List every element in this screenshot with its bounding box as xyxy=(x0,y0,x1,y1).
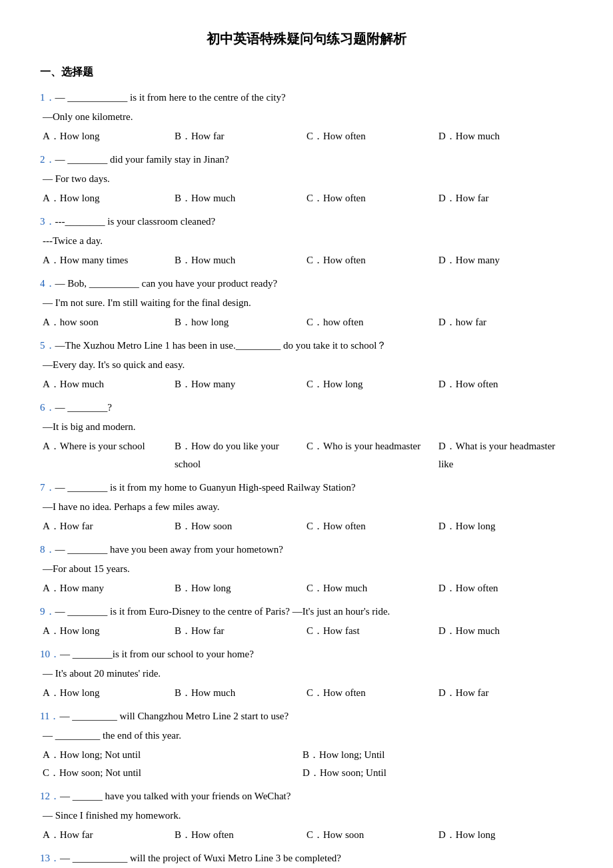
option-2-C[interactable]: C．How often xyxy=(306,189,433,207)
option-3-A[interactable]: A．How many times xyxy=(43,251,169,269)
option-5-C[interactable]: C．How long xyxy=(306,375,433,393)
question-line-6: 6．— ________? xyxy=(40,399,573,417)
question-line-9: 9．— ________ is it from Euro-Disney to t… xyxy=(40,603,573,621)
option-9-D[interactable]: D．How much xyxy=(438,622,565,640)
question-block-3: 3．---________ is your classroom cleaned?… xyxy=(40,213,573,269)
answer-line-1: —Only one kilometre. xyxy=(40,108,573,126)
question-line-1: 1．— ____________ is it from here to the … xyxy=(40,89,573,107)
question-block-11: 11．— _________ will Changzhou Metro Line… xyxy=(40,707,573,782)
question-block-5: 5．—The Xuzhou Metro Line 1 has been in u… xyxy=(40,337,573,393)
answer-line-2: — For two days. xyxy=(40,170,573,188)
option-3-C[interactable]: C．How often xyxy=(306,251,433,269)
answer-line-4: — I'm not sure. I'm still waiting for th… xyxy=(40,294,573,312)
question-line-7: 7．— ________ is it from my home to Guany… xyxy=(40,479,573,497)
options-line-5: A．How muchB．How manyC．How longD．How ofte… xyxy=(40,375,573,393)
option-10-D[interactable]: D．How far xyxy=(438,684,565,702)
option-7-A[interactable]: A．How far xyxy=(43,517,169,535)
q-text-8: — ________ have you been away from your … xyxy=(55,544,283,555)
option-3-D[interactable]: D．How many xyxy=(438,251,565,269)
option-12-C[interactable]: C．How soon xyxy=(306,826,433,844)
option-10-B[interactable]: B．How much xyxy=(175,684,301,702)
option-6-A[interactable]: A．Where is your school xyxy=(43,437,169,473)
option-1-A[interactable]: A．How long xyxy=(43,127,169,145)
q-num-3: 3． xyxy=(40,216,55,227)
question-block-1: 1．— ____________ is it from here to the … xyxy=(40,89,573,145)
question-block-12: 12．— ______ have you talked with your fr… xyxy=(40,787,573,844)
q-text-6: — ________? xyxy=(55,402,112,413)
option-6-C[interactable]: C．Who is your headmaster xyxy=(306,437,433,473)
option-9-C[interactable]: C．How fast xyxy=(306,622,433,640)
q-text-11: — _________ will Changzhou Metro Line 2 … xyxy=(59,711,289,721)
q-text-4: — Bob, __________ can you have your prod… xyxy=(55,278,278,289)
option-7-C[interactable]: C．How often xyxy=(306,517,433,535)
answer-line-12: — Since I finished my homework. xyxy=(40,807,573,825)
option-8-B[interactable]: B．How long xyxy=(175,579,301,597)
options-line-2: A．How longB．How muchC．How oftenD．How far xyxy=(40,189,573,207)
option-8-A[interactable]: A．How many xyxy=(43,579,169,597)
question-block-7: 7．— ________ is it from my home to Guany… xyxy=(40,479,573,535)
option-1-C[interactable]: C．How often xyxy=(306,127,433,145)
option-10-A[interactable]: A．How long xyxy=(43,684,169,702)
options-line-4: A．how soonB．how longC．how oftenD．how far xyxy=(40,313,573,331)
option-2-D[interactable]: D．How far xyxy=(438,189,565,207)
question-block-2: 2．— ________ did your family stay in Jin… xyxy=(40,151,573,207)
option-5-A[interactable]: A．How much xyxy=(43,375,169,393)
options-line-1: A．How longB．How farC．How oftenD．How much xyxy=(40,127,573,145)
option-5-D[interactable]: D．How often xyxy=(438,375,565,393)
option-12-A[interactable]: A．How far xyxy=(43,826,169,844)
option-4-C[interactable]: C．how often xyxy=(306,313,433,331)
question-line-4: 4．— Bob, __________ can you have your pr… xyxy=(40,275,573,293)
option-9-A[interactable]: A．How long xyxy=(43,622,169,640)
option-3-B[interactable]: B．How much xyxy=(175,251,301,269)
question-line-5: 5．—The Xuzhou Metro Line 1 has been in u… xyxy=(40,337,573,355)
answer-line-7: —I have no idea. Perhaps a few miles awa… xyxy=(40,498,573,516)
q-num-1: 1． xyxy=(40,92,55,103)
option-7-D[interactable]: D．How long xyxy=(438,517,565,535)
option-11-B[interactable]: B．How long; Until xyxy=(303,746,557,764)
option-8-D[interactable]: D．How often xyxy=(438,579,565,597)
option-1-B[interactable]: B．How far xyxy=(175,127,301,145)
q-num-7: 7． xyxy=(40,482,55,493)
option-4-A[interactable]: A．how soon xyxy=(43,313,169,331)
option-2-A[interactable]: A．How long xyxy=(43,189,169,207)
q-num-9: 9． xyxy=(40,606,55,617)
option-11-D[interactable]: D．How soon; Until xyxy=(303,764,557,782)
q-num-2: 2． xyxy=(40,154,55,165)
q-num-5: 5． xyxy=(40,340,55,351)
q-text-9: — ________ is it from Euro-Disney to the… xyxy=(55,606,390,617)
q-text-7: — ________ is it from my home to Guanyun… xyxy=(55,482,356,493)
option-6-B[interactable]: B．How do you like your school xyxy=(175,437,301,473)
question-line-3: 3．---________ is your classroom cleaned? xyxy=(40,213,573,231)
option-7-B[interactable]: B．How soon xyxy=(175,517,301,535)
question-line-8: 8．— ________ have you been away from you… xyxy=(40,541,573,559)
question-line-13: 13．— ___________ will the project of Wux… xyxy=(40,849,573,867)
option-4-D[interactable]: D．how far xyxy=(438,313,565,331)
question-block-6: 6．— ________?—It is big and modern.A．Whe… xyxy=(40,399,573,473)
q-text-12: — ______ have you talked with your frien… xyxy=(60,791,291,801)
q-num-10: 10． xyxy=(40,649,60,659)
q-text-5: —The Xuzhou Metro Line 1 has been in use… xyxy=(55,340,387,351)
option-12-D[interactable]: D．How long xyxy=(438,826,565,844)
answer-line-3: ---Twice a day. xyxy=(40,232,573,250)
q-num-6: 6． xyxy=(40,402,55,413)
option-1-D[interactable]: D．How much xyxy=(438,127,565,145)
option-10-C[interactable]: C．How often xyxy=(306,684,433,702)
question-block-8: 8．— ________ have you been away from you… xyxy=(40,541,573,597)
option-5-B[interactable]: B．How many xyxy=(175,375,301,393)
option-11-A[interactable]: A．How long; Not until xyxy=(43,746,297,764)
question-line-10: 10．— ________is it from our school to yo… xyxy=(40,645,573,663)
options-line-3: A．How many timesB．How muchC．How oftenD．H… xyxy=(40,251,573,269)
option-12-B[interactable]: B．How often xyxy=(175,826,301,844)
options-line-7: A．How farB．How soonC．How oftenD．How long xyxy=(40,517,573,535)
option-9-B[interactable]: B．How far xyxy=(175,622,301,640)
option-6-D[interactable]: D．What is your headmaster like xyxy=(438,437,565,473)
options-line-10: A．How longB．How muchC．How oftenD．How far xyxy=(40,684,573,702)
question-line-12: 12．— ______ have you talked with your fr… xyxy=(40,787,573,805)
q-text-1: — ____________ is it from here to the ce… xyxy=(55,92,286,103)
answer-line-5: —Every day. It's so quick and easy. xyxy=(40,356,573,374)
option-4-B[interactable]: B．how long xyxy=(175,313,301,331)
q-num-13: 13． xyxy=(40,853,60,863)
option-8-C[interactable]: C．How much xyxy=(306,579,433,597)
option-11-C[interactable]: C．How soon; Not until xyxy=(43,764,297,782)
option-2-B[interactable]: B．How much xyxy=(175,189,301,207)
